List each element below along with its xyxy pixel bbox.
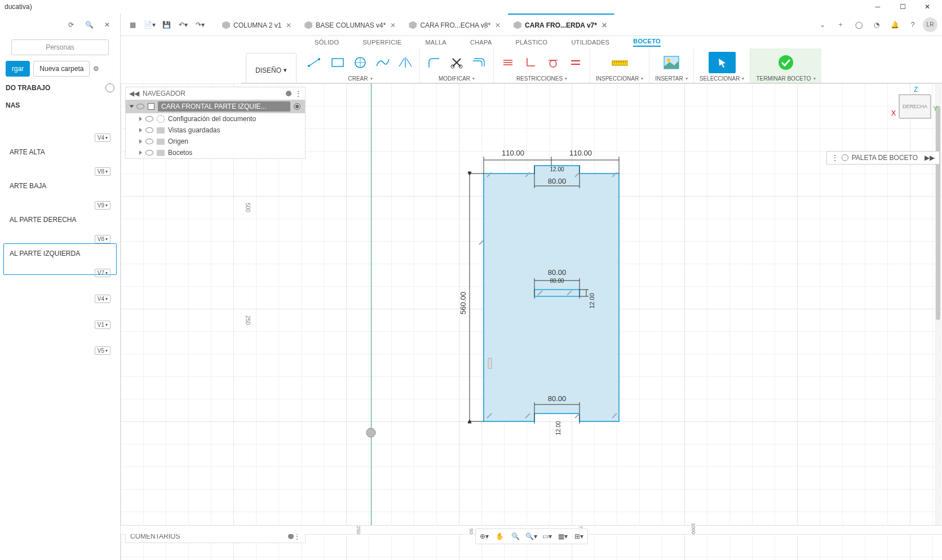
ribbon-cat[interactable]: MALLA (425, 39, 446, 46)
ribbon-cat[interactable]: PLÁSTICO (516, 39, 548, 46)
visibility-icon[interactable] (136, 104, 144, 109)
measure-tool-icon[interactable] (611, 54, 628, 71)
version-tag[interactable]: V7 (95, 269, 110, 277)
close-tab-icon[interactable]: ✕ (285, 21, 293, 29)
group-restricciones-label[interactable]: RESTRICCIONES (516, 75, 567, 82)
document-tab[interactable]: COLUMNA 2 v1✕ (216, 14, 299, 35)
expand-icon[interactable] (139, 117, 142, 121)
version-tag[interactable]: V1 (95, 321, 110, 329)
project-card[interactable]: AL PARTE IZQUIERDAV7 (3, 243, 117, 275)
circle-tool-icon[interactable] (352, 54, 369, 71)
group-crear-label[interactable]: CREAR (348, 75, 372, 82)
orbit-icon[interactable]: ⊕▾ (477, 530, 492, 543)
visibility-icon[interactable] (145, 150, 153, 155)
group-insertar-label[interactable]: INSERTAR (655, 75, 688, 82)
browser-item[interactable]: Bocetos (126, 147, 305, 158)
viewport-icon[interactable]: ⊞▾ (572, 530, 586, 543)
mirror-tool-icon[interactable] (397, 54, 414, 71)
apps-grid-icon[interactable]: ▦ (124, 16, 141, 33)
tangent-constraint-icon[interactable] (545, 54, 561, 71)
dim-top-left[interactable]: 110.00 (502, 149, 524, 157)
tab-list-icon[interactable]: ⌄ (815, 17, 830, 33)
version-tag[interactable]: V9 (95, 201, 110, 210)
grid-display-icon[interactable]: ▦▾ (556, 530, 570, 543)
panel-handle-icon[interactable]: ⋮ (295, 90, 302, 97)
project-card[interactable]: V5 (3, 329, 117, 353)
expand-palette-icon[interactable]: ▶▶ (925, 154, 935, 162)
dim-80-bot[interactable]: 80.00 (548, 394, 567, 403)
rectangle-tool-icon[interactable] (329, 54, 346, 71)
project-card[interactable]: V1 (3, 303, 117, 327)
close-tab-icon[interactable]: ✕ (600, 21, 608, 29)
visibility-icon[interactable] (145, 139, 153, 144)
refresh-icon[interactable]: ⟳ (64, 17, 78, 32)
expand-icon[interactable] (139, 128, 142, 132)
canvas[interactable]: 560.00 110.00 110.00 80.00 12.00 80.00 8… (121, 83, 942, 560)
close-tab-icon[interactable]: ✕ (389, 21, 397, 29)
fillet-tool-icon[interactable] (426, 54, 443, 71)
viewcube-face[interactable]: DERECHA (899, 95, 931, 118)
project-card[interactable]: V4 (3, 277, 117, 301)
project-card[interactable]: ARTE BAJAV9 (3, 176, 117, 207)
expand-icon[interactable] (139, 139, 142, 144)
document-tab[interactable]: CARA FRO...ERDA v7*✕ (508, 14, 614, 35)
sketch-drawing[interactable]: 560.00 110.00 110.00 80.00 12.00 80.00 8… (371, 123, 653, 438)
document-tab[interactable]: CARA FRO...ECHA v8*✕ (403, 14, 508, 35)
upload-button[interactable]: rgar (6, 61, 30, 77)
select-tool-button[interactable] (709, 52, 736, 73)
line-tool-icon[interactable] (307, 54, 324, 71)
search-icon[interactable]: 🔍 (82, 17, 96, 32)
project-card[interactable]: V4 (3, 116, 117, 140)
group-terminar-label[interactable]: TERMINAR BOCETO (756, 75, 815, 82)
new-folder-button[interactable]: Nueva carpeta (33, 61, 90, 77)
fit-icon[interactable]: 🔍▾ (524, 530, 539, 543)
panel-dot-icon[interactable] (286, 91, 291, 96)
dim-top-right[interactable]: 110.00 (569, 149, 592, 157)
section-trabajo[interactable]: DO TRABAJO (0, 79, 120, 97)
maximize-button[interactable]: ☐ (890, 0, 915, 14)
expand-icon[interactable] (139, 150, 142, 155)
vertical-scrollbar[interactable] (935, 83, 941, 525)
redo-icon[interactable]: ↷▾ (192, 16, 209, 33)
project-card[interactable]: AL PARTE DERECHAV8 (3, 210, 117, 241)
sketch-palette-header[interactable]: ⋮ PALETA DE BOCETO ▶▶ (826, 151, 940, 165)
dim-12-bot[interactable]: 12.00 (555, 421, 561, 435)
version-tag[interactable]: V4 (95, 295, 110, 303)
version-tag[interactable]: V4 (95, 134, 110, 142)
close-panel-icon[interactable]: ✕ (100, 17, 114, 32)
extensions-icon[interactable]: ◯ (851, 17, 866, 33)
ribbon-cat[interactable]: SUPERFICIE (362, 39, 401, 46)
section-nas[interactable]: NAS (0, 97, 120, 114)
group-modificar-label[interactable]: MODIFICAR (439, 75, 475, 82)
finish-sketch-button[interactable] (777, 54, 794, 71)
browser-item[interactable]: Configuración del documento (126, 113, 305, 125)
version-tag[interactable]: V8 (95, 167, 110, 176)
collapse-icon[interactable]: ◀◀ (129, 90, 139, 97)
group-inspeccionar-label[interactable]: INSPECCIONAR (596, 75, 643, 82)
activate-radio[interactable] (294, 103, 300, 110)
job-status-icon[interactable]: ◔ (869, 17, 884, 33)
dim-12-top[interactable]: 12.00 (550, 166, 564, 172)
ribbon-cat[interactable]: BOCETO (633, 38, 661, 47)
version-tag[interactable]: V5 (95, 346, 110, 355)
version-tag[interactable]: V8 (95, 235, 110, 243)
save-icon[interactable]: 💾 (158, 16, 175, 33)
palette-gear-icon[interactable] (842, 154, 848, 161)
equal-constraint-icon[interactable] (567, 54, 584, 71)
ribbon-cat[interactable]: CHAPA (470, 39, 492, 46)
browser-header[interactable]: ◀◀ NAVEGADOR ⋮ (126, 87, 305, 100)
dim-80-mid2[interactable]: 80.00 (550, 278, 564, 284)
project-card[interactable]: ARTE ALTAV8 (3, 142, 117, 174)
new-tab-icon[interactable]: ＋ (833, 17, 848, 33)
viewcube[interactable]: Z DERECHA Y X (899, 95, 931, 118)
browser-item[interactable]: Origen (126, 136, 305, 147)
dim-12-mid[interactable]: 12.00 (589, 293, 595, 309)
spline-tool-icon[interactable] (374, 54, 391, 71)
scrollbar-thumb[interactable] (936, 106, 940, 320)
document-tab[interactable]: BASE COLUMNAS v4*✕ (299, 14, 403, 35)
settings-gear-icon[interactable]: ⚙ (93, 65, 99, 73)
browser-root[interactable]: CARA FRONTAL PARTE IZQUIE... (126, 100, 305, 113)
browser-item[interactable]: Vistas guardadas (126, 125, 305, 136)
visibility-icon[interactable] (145, 127, 153, 133)
ribbon-cat[interactable]: SÓLIDO (315, 39, 339, 46)
